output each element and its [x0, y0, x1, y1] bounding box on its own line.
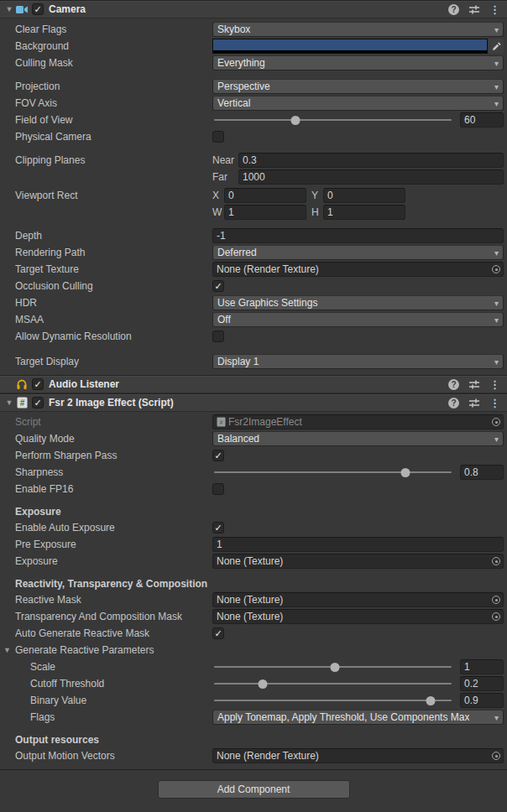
- fov-axis-dropdown[interactable]: Vertical ▾: [212, 96, 504, 111]
- sharpness-value[interactable]: [460, 465, 504, 480]
- field-label: MSAA: [15, 314, 212, 325]
- presets-icon[interactable]: [468, 398, 480, 409]
- enable-fp16-checkbox[interactable]: ✓: [212, 483, 224, 495]
- help-icon[interactable]: ?: [448, 398, 459, 409]
- object-picker-icon[interactable]: [489, 554, 503, 568]
- script-object-field: # Fsr2ImageEffect: [212, 414, 504, 429]
- msaa-dropdown[interactable]: Off ▾: [212, 312, 504, 327]
- cutoff-threshold-input[interactable]: [461, 677, 503, 690]
- more-menu-icon[interactable]: ⋮: [489, 398, 500, 409]
- binary-value-input[interactable]: [461, 694, 503, 707]
- field-of-view-value[interactable]: [460, 112, 504, 128]
- camera-component-header[interactable]: ▼ ✓ Camera ? ⋮: [0, 0, 507, 18]
- clipping-far-field[interactable]: [238, 169, 504, 185]
- eyedropper-icon[interactable]: [489, 39, 504, 54]
- viewport-h-field[interactable]: [323, 205, 405, 220]
- perform-sharpen-pass-checkbox[interactable]: ✓: [212, 450, 224, 461]
- scale-value[interactable]: [460, 659, 504, 674]
- viewport-y-input[interactable]: [324, 189, 405, 202]
- help-icon[interactable]: ?: [448, 379, 459, 390]
- more-menu-icon[interactable]: ⋮: [489, 379, 500, 390]
- enable-auto-exposure-checkbox[interactable]: ✓: [212, 522, 224, 534]
- chevron-down-icon: ▾: [491, 248, 499, 258]
- viewport-w-input[interactable]: [225, 206, 306, 219]
- foldout-open-icon[interactable]: ▼: [3, 646, 15, 654]
- slider-handle[interactable]: [426, 696, 435, 705]
- more-menu-icon[interactable]: ⋮: [489, 4, 500, 15]
- binary-value-slider[interactable]: [212, 693, 453, 708]
- clear-flags-dropdown[interactable]: Skybox ▾: [212, 22, 504, 37]
- field-row-perform-sharpen-pass: Perform Sharpen Pass ✓: [0, 447, 507, 464]
- physical-camera-checkbox[interactable]: ✓: [212, 131, 224, 143]
- viewport-x-field[interactable]: [224, 188, 306, 203]
- output-motion-vectors-object-field[interactable]: None (Render Texture): [212, 748, 504, 763]
- pre-exposure-input[interactable]: [213, 538, 503, 551]
- rendering-path-dropdown[interactable]: Deferred ▾: [212, 245, 504, 260]
- object-picker-icon[interactable]: [489, 263, 503, 276]
- field-row-flags: Flags Apply Tonemap, Apply Threshold, Us…: [0, 709, 507, 726]
- slider-handle[interactable]: [259, 679, 268, 689]
- target-texture-object-field[interactable]: None (Render Texture): [212, 262, 504, 277]
- auto-generate-reactive-mask-checkbox[interactable]: ✓: [212, 627, 224, 639]
- field-of-view-slider[interactable]: [212, 112, 453, 128]
- field-label: Rendering Path: [15, 247, 212, 258]
- clipping-near-field[interactable]: [238, 153, 504, 168]
- clipping-far-input[interactable]: [239, 170, 503, 184]
- scale-slider[interactable]: [212, 659, 453, 674]
- transparency-mask-object-field[interactable]: None (Texture): [212, 609, 504, 624]
- fsr2-component-header[interactable]: ▼ # ✓ Fsr 2 Image Effect (Script) ? ⋮: [0, 393, 507, 412]
- chevron-down-icon: ▾: [491, 315, 499, 325]
- object-picker-icon[interactable]: [489, 415, 503, 429]
- foldout-open-icon[interactable]: ▼: [3, 5, 15, 13]
- presets-icon[interactable]: [468, 4, 480, 15]
- cutoff-threshold-slider[interactable]: [212, 676, 453, 691]
- presets-icon[interactable]: [468, 379, 480, 390]
- hdr-dropdown[interactable]: Use Graphics Settings ▾: [212, 295, 504, 310]
- reactive-mask-object-field[interactable]: None (Texture): [212, 592, 504, 607]
- field-row-rendering-path: Rendering Path Deferred ▾: [0, 244, 507, 261]
- audio-listener-component-header[interactable]: ▼ ✓ Audio Listener ? ⋮: [0, 375, 507, 393]
- scale-input[interactable]: [461, 660, 503, 674]
- projection-dropdown[interactable]: Perspective ▾: [212, 79, 504, 94]
- binary-value-value[interactable]: [460, 693, 504, 708]
- object-field-value: None (Render Texture): [217, 750, 489, 762]
- allow-dynamic-resolution-checkbox[interactable]: ✓: [212, 331, 224, 342]
- object-picker-icon[interactable]: [489, 593, 503, 606]
- sharpness-slider[interactable]: [212, 465, 453, 480]
- field-label: Allow Dynamic Resolution: [15, 331, 212, 342]
- object-picker-icon[interactable]: [489, 610, 503, 623]
- slider-handle[interactable]: [291, 116, 301, 125]
- clipping-near-input[interactable]: [239, 154, 503, 167]
- viewport-x-input[interactable]: [225, 189, 306, 202]
- target-display-dropdown[interactable]: Display 1 ▾: [212, 354, 504, 369]
- object-picker-icon[interactable]: [489, 749, 503, 763]
- help-icon[interactable]: ?: [448, 4, 459, 15]
- background-color-field[interactable]: [212, 39, 504, 54]
- depth-field[interactable]: [212, 228, 504, 243]
- exposure-object-field[interactable]: None (Texture): [212, 554, 504, 569]
- viewport-w-field[interactable]: [224, 205, 306, 220]
- field-row-allow-dynamic-resolution: Allow Dynamic Resolution ✓: [0, 328, 507, 345]
- audio-listener-icon: [15, 377, 29, 391]
- audio-listener-enabled-checkbox[interactable]: ✓: [32, 378, 44, 390]
- chevron-down-icon: ▾: [491, 435, 499, 444]
- flags-dropdown[interactable]: Apply Tonemap, Apply Threshold, Use Comp…: [212, 710, 504, 725]
- pre-exposure-field[interactable]: [212, 537, 504, 552]
- add-component-button[interactable]: Add Component: [158, 780, 350, 799]
- cutoff-threshold-value[interactable]: [460, 676, 504, 691]
- viewport-h-input[interactable]: [324, 206, 405, 219]
- viewport-y-field[interactable]: [323, 188, 405, 203]
- occlusion-culling-checkbox[interactable]: ✓: [212, 280, 224, 292]
- sharpness-input[interactable]: [461, 466, 503, 479]
- slider-handle[interactable]: [400, 468, 410, 477]
- slider-handle[interactable]: [331, 663, 340, 672]
- color-swatch[interactable]: [212, 39, 488, 54]
- camera-enabled-checkbox[interactable]: ✓: [32, 3, 44, 15]
- fsr2-enabled-checkbox[interactable]: ✓: [32, 397, 44, 409]
- quality-mode-dropdown[interactable]: Balanced ▾: [212, 431, 504, 446]
- foldout-open-icon[interactable]: ▼: [3, 398, 15, 407]
- fsr2-title: Fsr 2 Image Effect (Script): [49, 397, 174, 409]
- depth-input[interactable]: [213, 229, 503, 242]
- field-of-view-input[interactable]: [461, 113, 503, 127]
- culling-mask-dropdown[interactable]: Everything ▾: [212, 55, 504, 70]
